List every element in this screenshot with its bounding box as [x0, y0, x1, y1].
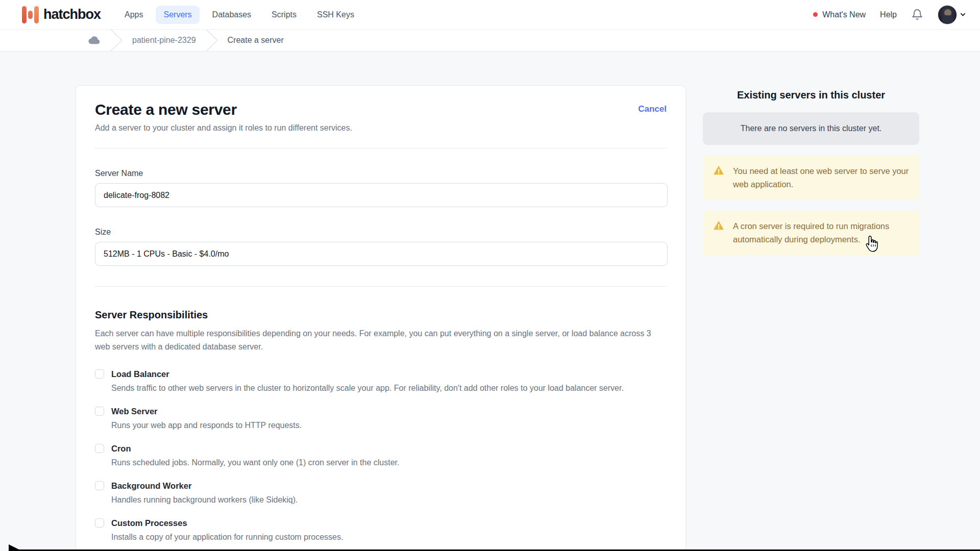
option-custom-processes: Custom Processes Installs a copy of your…: [95, 518, 667, 542]
cron-checkbox[interactable]: [95, 444, 104, 453]
option-label[interactable]: Load Balancer: [111, 369, 169, 379]
breadcrumb-cluster[interactable]: patient-pine-2329: [132, 36, 196, 45]
nav-item-ssh-keys[interactable]: SSH Keys: [309, 6, 362, 24]
warning-cron: A cron server is required to run migrati…: [703, 211, 919, 255]
create-server-card: Create a new server Cancel Add a server …: [76, 85, 686, 551]
cloud-icon[interactable]: [87, 35, 101, 45]
whats-new-link[interactable]: What's New: [813, 10, 866, 19]
option-description: Installs a copy of your application for …: [111, 533, 667, 542]
web-server-checkbox[interactable]: [95, 407, 104, 416]
warning-icon: [713, 220, 724, 231]
cluster-sidebar: Existing servers in this cluster There a…: [703, 85, 919, 255]
empty-servers-message: There are no servers in this cluster yet…: [703, 112, 919, 145]
avatar[interactable]: [938, 5, 957, 24]
nav-item-databases[interactable]: Databases: [205, 6, 259, 24]
bell-icon[interactable]: [911, 9, 923, 21]
breadcrumb-separator: [205, 30, 218, 51]
brand-name: hatchbox: [43, 7, 101, 22]
main-content: Create a new server Cancel Add a server …: [0, 52, 980, 551]
option-description: Sends traffic to other web servers in th…: [111, 384, 667, 393]
option-load-balancer: Load Balancer Sends traffic to other web…: [95, 369, 667, 393]
account-menu[interactable]: [938, 5, 966, 24]
size-select[interactable]: 512MB - 1 CPUs - Basic - $4.0/mo: [95, 242, 668, 266]
sidebar-title: Existing servers in this cluster: [703, 89, 919, 101]
warning-web-server: You need at least one web server to serv…: [703, 156, 919, 200]
server-name-input[interactable]: [95, 183, 668, 207]
option-label[interactable]: Web Server: [111, 407, 158, 416]
responsibilities-title: Server Responsibilities: [95, 309, 667, 321]
option-label[interactable]: Background Worker: [111, 481, 191, 491]
warning-text: A cron server is required to run migrati…: [733, 219, 909, 246]
option-description: Runs scheduled jobs. Normally, you want …: [111, 458, 667, 467]
background-worker-checkbox[interactable]: [95, 481, 104, 490]
page-title: Create a new server: [95, 101, 237, 118]
responsibilities-description: Each server can have multiple responsibi…: [95, 327, 664, 354]
option-label[interactable]: Cron: [111, 444, 131, 454]
cancel-button[interactable]: Cancel: [638, 104, 667, 114]
notification-dot: [813, 12, 818, 17]
chevron-down-icon: [960, 12, 966, 17]
warning-icon: [713, 165, 724, 176]
breadcrumb-separator: [110, 30, 123, 51]
nav-item-scripts[interactable]: Scripts: [264, 6, 304, 24]
option-description: Runs your web app and responds to HTTP r…: [111, 421, 667, 430]
hatchbox-logo-icon: [22, 6, 39, 24]
server-name-label: Server Name: [95, 169, 667, 178]
load-balancer-checkbox[interactable]: [95, 369, 104, 379]
option-background-worker: Background Worker Handles running backgr…: [95, 481, 667, 505]
breadcrumb: patient-pine-2329 Create a server: [0, 30, 980, 52]
brand-logo[interactable]: hatchbox: [22, 6, 101, 24]
warning-text: You need at least one web server to serv…: [733, 164, 909, 191]
breadcrumb-current-page: Create a server: [228, 36, 284, 45]
option-label[interactable]: Custom Processes: [111, 518, 187, 528]
primary-nav: Apps Servers Databases Scripts SSH Keys: [117, 6, 362, 24]
top-navigation: hatchbox Apps Servers Databases Scripts …: [0, 0, 980, 30]
custom-processes-checkbox[interactable]: [95, 518, 104, 528]
option-cron: Cron Runs scheduled jobs. Normally, you …: [95, 444, 667, 467]
page-subtitle: Add a server to your cluster and assign …: [95, 123, 667, 133]
option-description: Handles running background workers (like…: [111, 495, 667, 505]
nav-item-servers[interactable]: Servers: [156, 6, 199, 24]
screen-corner-artifact: [9, 544, 22, 551]
divider: [95, 286, 667, 287]
nav-item-apps[interactable]: Apps: [117, 6, 151, 24]
option-web-server: Web Server Runs your web app and respond…: [95, 407, 667, 430]
whats-new-label: What's New: [822, 10, 866, 19]
size-label: Size: [95, 228, 667, 237]
responsibilities-options: Load Balancer Sends traffic to other web…: [95, 369, 667, 551]
help-link[interactable]: Help: [880, 10, 897, 19]
divider: [95, 148, 667, 148]
